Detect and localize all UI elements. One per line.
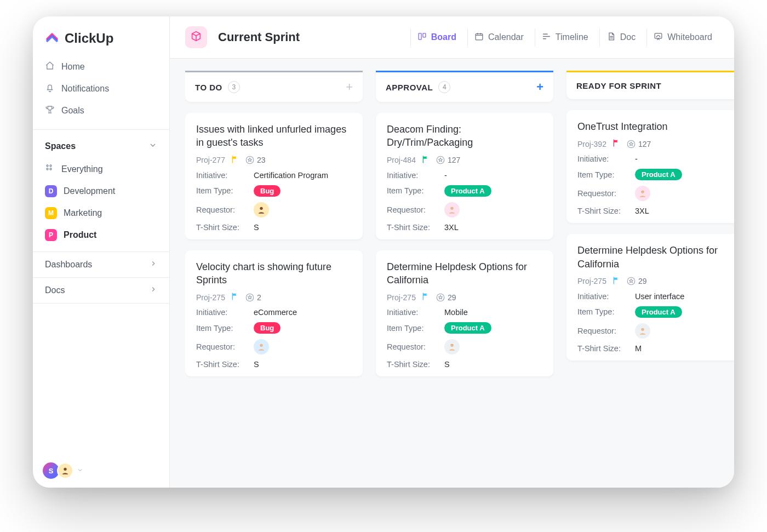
project-id: Proj-275 [387, 293, 416, 302]
initiative-value: - [635, 155, 733, 163]
item-type-label: Item Type: [387, 186, 444, 195]
column-title: TO DO [195, 83, 222, 92]
requestor-avatar[interactable] [254, 202, 269, 218]
size-value: 3XL [635, 207, 733, 215]
flag-icon[interactable] [421, 292, 430, 302]
svg-point-16 [450, 344, 453, 347]
space-marketing[interactable]: M Marketing [38, 202, 164, 224]
task-card[interactable]: Deacom Finding: Dry/Trim/Packaging Proj-… [376, 113, 553, 239]
task-card[interactable]: OneTrust Integration Proj-392 127 Initia… [566, 110, 734, 223]
initiative-label: Initiative: [577, 292, 635, 301]
item-type-pill: Product A [635, 306, 682, 318]
add-card-button[interactable]: + [536, 81, 543, 93]
columns: TO DO 3 + Issues with linked unfurled im… [185, 71, 734, 476]
space-everything[interactable]: Everything [38, 158, 164, 180]
nav-notifications[interactable]: Notifications [38, 78, 164, 100]
flag-icon[interactable] [421, 155, 430, 165]
project-id: Proj-275 [577, 277, 606, 285]
brand-name: ClickUp [65, 31, 113, 46]
board-icon [417, 32, 427, 43]
size-value: S [254, 223, 352, 232]
column-header[interactable]: TO DO 3 + [185, 71, 363, 102]
svg-point-1 [50, 165, 51, 167]
svg-rect-8 [655, 33, 662, 38]
svg-point-18 [641, 191, 644, 193]
initiative-label: Initiative: [387, 308, 444, 317]
initiative-label: Initiative: [196, 171, 254, 180]
task-title: OneTrust Integration [577, 120, 733, 133]
requestor-label: Requestor: [387, 205, 444, 214]
view-label: Doc [620, 32, 636, 42]
initiative-label: Initiative: [577, 155, 635, 163]
requestor-avatar[interactable] [444, 202, 460, 218]
requestor-avatar[interactable] [254, 339, 269, 354]
svg-rect-7 [476, 33, 483, 39]
view-timeline[interactable]: Timeline [535, 28, 595, 47]
svg-point-0 [47, 165, 48, 167]
project-id: Proj-392 [577, 140, 606, 148]
brand-logo[interactable]: ClickUp [33, 16, 169, 53]
view-doc[interactable]: Doc [599, 28, 642, 47]
column-header[interactable]: READY FOR SPRINT [566, 71, 734, 99]
user-avatar[interactable] [57, 462, 73, 479]
sidebar-footer[interactable]: S [33, 454, 169, 488]
task-card[interactable]: Velocity chart is showing future Sprints… [185, 250, 363, 377]
initiative-value: Mobile [444, 308, 542, 317]
view-label: Timeline [556, 32, 588, 42]
size-value: S [444, 360, 542, 369]
column-title: APPROVAL [386, 83, 433, 92]
space-label: Product [64, 230, 96, 240]
topbar: Current Sprint Board Calendar Timeline [170, 16, 734, 59]
requestor-avatar[interactable] [444, 339, 460, 354]
nav-label: Home [61, 62, 85, 72]
card-list: Issues with linked unfurled images in gu… [185, 113, 363, 376]
task-card[interactable]: Determine Helpdesk Options for Californi… [566, 234, 734, 361]
task-card[interactable]: Determine Helpdesk Options for Californi… [376, 250, 553, 377]
initiative-value: Certification Program [254, 171, 352, 180]
size-label: T-Shirt Size: [387, 223, 444, 232]
flag-icon[interactable] [231, 155, 239, 165]
sidebar-dashboards[interactable]: Dashboards [33, 251, 169, 277]
sidebar-docs[interactable]: Docs [33, 277, 169, 304]
board: TO DO 3 + Issues with linked unfurled im… [170, 59, 734, 488]
svg-point-4 [64, 468, 66, 471]
flag-icon[interactable] [612, 276, 621, 287]
flag-icon[interactable] [231, 292, 239, 302]
view-calendar[interactable]: Calendar [467, 28, 530, 47]
task-title: Determine Helpdesk Options for Californi… [577, 244, 733, 271]
view-board[interactable]: Board [410, 28, 463, 47]
project-id: Proj-277 [196, 156, 225, 164]
spaces-header[interactable]: Spaces [33, 133, 169, 156]
nav-goals[interactable]: Goals [38, 100, 164, 122]
size-label: T-Shirt Size: [577, 207, 635, 215]
flag-icon[interactable] [612, 139, 621, 149]
points-badge: 127 [436, 155, 460, 165]
task-title: Deacom Finding: Dry/Trim/Packaging [387, 123, 542, 150]
size-label: T-Shirt Size: [387, 360, 444, 369]
space-product[interactable]: P Product [38, 224, 164, 246]
nav-home[interactable]: Home [38, 56, 164, 78]
requestor-avatar[interactable] [635, 323, 650, 339]
bell-icon [45, 83, 55, 95]
add-card-button[interactable]: + [346, 81, 353, 93]
requestor-label: Requestor: [387, 342, 444, 351]
svg-rect-6 [423, 33, 426, 37]
svg-point-12 [260, 344, 262, 347]
item-type-pill: Product A [444, 322, 491, 334]
board-column: READY FOR SPRINT OneTrust Integration Pr… [566, 71, 734, 476]
item-type-label: Item Type: [577, 307, 635, 316]
requestor-avatar[interactable] [635, 186, 650, 201]
column-header[interactable]: APPROVAL 4 + [376, 71, 553, 102]
item-type-pill: Bug [254, 185, 281, 197]
svg-point-3 [50, 168, 51, 170]
points-badge: 2 [245, 293, 261, 302]
view-label: Board [431, 32, 456, 42]
task-card[interactable]: Issues with linked unfurled images in gu… [185, 113, 363, 239]
card-list: OneTrust Integration Proj-392 127 Initia… [566, 110, 734, 361]
initiative-value: - [444, 171, 542, 180]
initiative-label: Initiative: [387, 171, 444, 180]
view-label: Whiteboard [667, 32, 712, 42]
space-development[interactable]: D Development [38, 180, 164, 202]
view-whiteboard[interactable]: Whiteboard [646, 28, 719, 47]
size-label: T-Shirt Size: [577, 344, 635, 353]
